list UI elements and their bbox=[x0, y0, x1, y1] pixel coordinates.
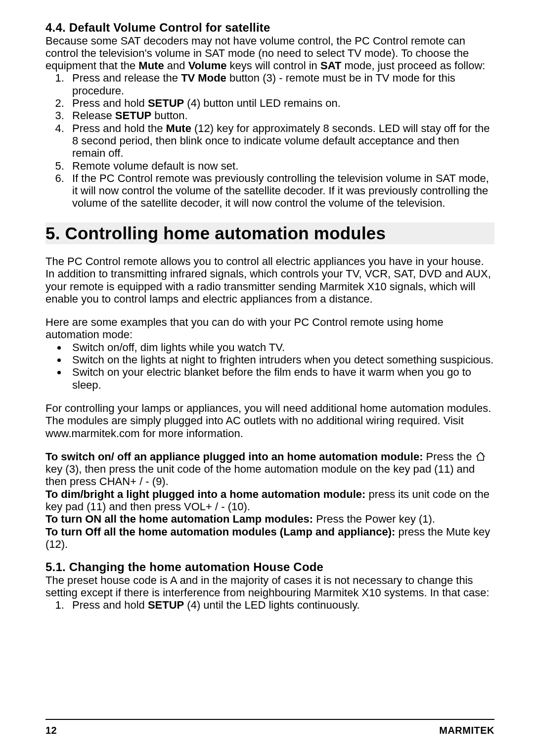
heading-5-1: 5.1. Changing the home automation House … bbox=[45, 560, 494, 574]
mute-keyword: Mute bbox=[138, 59, 164, 72]
list-item: Switch on the lights at night to frighte… bbox=[67, 354, 494, 366]
text: Press and hold the bbox=[72, 122, 166, 134]
list-item: Press and hold SETUP (4) until the LED l… bbox=[67, 599, 494, 611]
list-item: Press and hold the Mute (12) key for app… bbox=[67, 122, 494, 160]
content: 4.4. Default Volume Control for satellit… bbox=[45, 21, 494, 719]
text: Press and release the bbox=[72, 72, 181, 84]
dim-bright-label: To dim/bright a light plugged into a hom… bbox=[45, 488, 365, 500]
list-item: Remote volume default is now set. bbox=[67, 160, 494, 172]
switch-on-off-label: To switch on/ off an appliance plugged i… bbox=[45, 450, 423, 463]
bullet-list-5: Switch on/off, dim lights while you watc… bbox=[45, 341, 494, 391]
setup-keyword: SETUP bbox=[148, 599, 184, 611]
text: and bbox=[164, 59, 188, 72]
list-5-1: Press and hold SETUP (4) until the LED l… bbox=[45, 599, 494, 611]
page-number: 12 bbox=[45, 725, 57, 736]
tv-mode-keyword: TV Mode bbox=[181, 72, 226, 84]
turn-on-label: To turn ON all the home automation Lamp … bbox=[45, 513, 313, 525]
text: Press the Power key (1). bbox=[313, 513, 435, 525]
heading-4-4: 4.4. Default Volume Control for satellit… bbox=[45, 21, 494, 35]
para-5-3: For controlling your lamps or appliances… bbox=[45, 402, 494, 440]
list-item: Switch on/off, dim lights while you watc… bbox=[67, 341, 494, 354]
brand-label: MARMITEK bbox=[439, 725, 494, 736]
para-5-1-intro: The preset house code is A and in the ma… bbox=[45, 574, 494, 599]
text: Release bbox=[72, 109, 115, 122]
list-item: Press and hold SETUP (4) button until LE… bbox=[67, 97, 494, 109]
list-item: Press and release the TV Mode button (3)… bbox=[67, 72, 494, 97]
text: Press and hold bbox=[72, 97, 148, 109]
sat-keyword: SAT bbox=[320, 59, 341, 72]
list-4-4: Press and release the TV Mode button (3)… bbox=[45, 72, 494, 209]
text: Press and hold bbox=[72, 599, 148, 611]
house-icon bbox=[475, 451, 486, 461]
turn-off-label: To turn Off all the home automation modu… bbox=[45, 526, 395, 538]
text: mode, just proceed as follow: bbox=[341, 59, 485, 72]
text: button. bbox=[151, 109, 187, 122]
page: 4.4. Default Volume Control for satellit… bbox=[0, 0, 534, 756]
volume-keyword: Volume bbox=[188, 59, 227, 72]
list-item: If the PC Control remote was previously … bbox=[67, 172, 494, 210]
para-5-1: The PC Control remote allows you to cont… bbox=[45, 255, 494, 305]
setup-keyword: SETUP bbox=[115, 109, 151, 122]
text: key (3), then press the unit code of the… bbox=[45, 463, 475, 488]
text: Remote volume default is now set. bbox=[72, 160, 238, 172]
text: If the PC Control remote was previously … bbox=[72, 172, 489, 210]
list-item: Switch on your electric blanket before t… bbox=[67, 366, 494, 391]
instructions-block: To switch on/ off an appliance plugged i… bbox=[45, 450, 494, 550]
text: keys will control in bbox=[226, 59, 320, 72]
setup-keyword: SETUP bbox=[148, 97, 184, 109]
para-5-2: Here are some examples that you can do w… bbox=[45, 316, 494, 341]
para-4-4-intro: Because some SAT decoders may not have v… bbox=[45, 35, 494, 72]
list-item: Release SETUP button. bbox=[67, 109, 494, 122]
mute-keyword: Mute bbox=[166, 122, 191, 134]
footer: 12 MARMITEK bbox=[45, 719, 494, 736]
text: Press the bbox=[423, 450, 475, 463]
heading-5: 5. Controlling home automation modules bbox=[45, 222, 494, 244]
text: (4) until the LED lights continuously. bbox=[184, 599, 359, 611]
text: (4) button until LED remains on. bbox=[184, 97, 341, 109]
